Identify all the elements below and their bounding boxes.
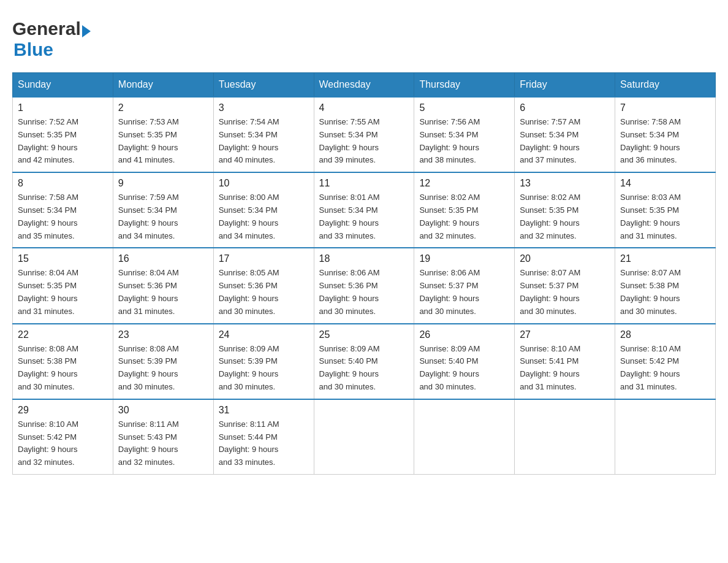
day-number: 7 bbox=[620, 102, 710, 113]
day-info: Sunrise: 8:06 AM Sunset: 5:37 PM Dayligh… bbox=[419, 267, 509, 318]
calendar-cell: 31 Sunrise: 8:11 AM Sunset: 5:44 PM Dayl… bbox=[213, 399, 314, 475]
day-info: Sunrise: 8:09 AM Sunset: 5:39 PM Dayligh… bbox=[219, 343, 309, 394]
day-info: Sunrise: 7:58 AM Sunset: 5:34 PM Dayligh… bbox=[18, 191, 108, 242]
day-info: Sunrise: 7:54 AM Sunset: 5:34 PM Dayligh… bbox=[219, 116, 309, 167]
calendar-cell: 24 Sunrise: 8:09 AM Sunset: 5:39 PM Dayl… bbox=[213, 324, 314, 399]
calendar-cell: 13 Sunrise: 8:02 AM Sunset: 5:35 PM Dayl… bbox=[515, 172, 615, 248]
calendar-week-row: 8 Sunrise: 7:58 AM Sunset: 5:34 PM Dayli… bbox=[13, 172, 716, 248]
day-info: Sunrise: 8:11 AM Sunset: 5:43 PM Dayligh… bbox=[118, 418, 208, 469]
calendar-week-row: 15 Sunrise: 8:04 AM Sunset: 5:35 PM Dayl… bbox=[13, 248, 716, 323]
calendar-cell: 29 Sunrise: 8:10 AM Sunset: 5:42 PM Dayl… bbox=[13, 399, 113, 475]
day-info: Sunrise: 7:57 AM Sunset: 5:34 PM Dayligh… bbox=[520, 116, 610, 167]
calendar-cell bbox=[414, 399, 515, 475]
day-info: Sunrise: 8:02 AM Sunset: 5:35 PM Dayligh… bbox=[520, 191, 610, 242]
calendar-cell: 7 Sunrise: 7:58 AM Sunset: 5:34 PM Dayli… bbox=[615, 97, 716, 172]
calendar-cell: 6 Sunrise: 7:57 AM Sunset: 5:34 PM Dayli… bbox=[515, 97, 615, 172]
header: General Blue bbox=[12, 12, 716, 60]
day-info: Sunrise: 8:09 AM Sunset: 5:40 PM Dayligh… bbox=[419, 343, 509, 394]
day-of-week-header: Wednesday bbox=[314, 73, 414, 98]
day-info: Sunrise: 8:03 AM Sunset: 5:35 PM Dayligh… bbox=[620, 191, 710, 242]
calendar-cell: 30 Sunrise: 8:11 AM Sunset: 5:43 PM Dayl… bbox=[113, 399, 213, 475]
day-info: Sunrise: 8:11 AM Sunset: 5:44 PM Dayligh… bbox=[219, 418, 309, 469]
day-number: 10 bbox=[219, 178, 309, 189]
day-info: Sunrise: 8:01 AM Sunset: 5:34 PM Dayligh… bbox=[319, 191, 409, 242]
calendar-cell bbox=[314, 399, 414, 475]
day-info: Sunrise: 8:04 AM Sunset: 5:36 PM Dayligh… bbox=[118, 267, 208, 318]
calendar-cell: 17 Sunrise: 8:05 AM Sunset: 5:36 PM Dayl… bbox=[213, 248, 314, 323]
day-info: Sunrise: 7:53 AM Sunset: 5:35 PM Dayligh… bbox=[118, 116, 208, 167]
calendar-cell: 9 Sunrise: 7:59 AM Sunset: 5:34 PM Dayli… bbox=[113, 172, 213, 248]
logo: General Blue bbox=[12, 12, 91, 60]
day-info: Sunrise: 7:55 AM Sunset: 5:34 PM Dayligh… bbox=[319, 116, 409, 167]
calendar-cell: 19 Sunrise: 8:06 AM Sunset: 5:37 PM Dayl… bbox=[414, 248, 515, 323]
day-info: Sunrise: 8:07 AM Sunset: 5:38 PM Dayligh… bbox=[620, 267, 710, 318]
day-info: Sunrise: 8:08 AM Sunset: 5:39 PM Dayligh… bbox=[118, 343, 208, 394]
calendar-cell bbox=[515, 399, 615, 475]
logo-arrow-icon bbox=[82, 25, 91, 37]
calendar-cell: 18 Sunrise: 8:06 AM Sunset: 5:36 PM Dayl… bbox=[314, 248, 414, 323]
day-info: Sunrise: 8:10 AM Sunset: 5:42 PM Dayligh… bbox=[620, 343, 710, 394]
day-info: Sunrise: 8:04 AM Sunset: 5:35 PM Dayligh… bbox=[18, 267, 108, 318]
day-number: 19 bbox=[419, 253, 509, 264]
day-number: 28 bbox=[620, 329, 710, 340]
calendar-cell: 20 Sunrise: 8:07 AM Sunset: 5:37 PM Dayl… bbox=[515, 248, 615, 323]
calendar-cell: 10 Sunrise: 8:00 AM Sunset: 5:34 PM Dayl… bbox=[213, 172, 314, 248]
day-info: Sunrise: 8:09 AM Sunset: 5:40 PM Dayligh… bbox=[319, 343, 409, 394]
day-number: 24 bbox=[219, 329, 309, 340]
day-info: Sunrise: 8:02 AM Sunset: 5:35 PM Dayligh… bbox=[419, 191, 509, 242]
day-number: 17 bbox=[219, 253, 309, 264]
day-info: Sunrise: 8:10 AM Sunset: 5:42 PM Dayligh… bbox=[18, 418, 108, 469]
day-number: 9 bbox=[118, 178, 208, 189]
calendar-cell: 3 Sunrise: 7:54 AM Sunset: 5:34 PM Dayli… bbox=[213, 97, 314, 172]
calendar-cell: 28 Sunrise: 8:10 AM Sunset: 5:42 PM Dayl… bbox=[615, 324, 716, 399]
calendar-cell: 12 Sunrise: 8:02 AM Sunset: 5:35 PM Dayl… bbox=[414, 172, 515, 248]
day-number: 27 bbox=[520, 329, 610, 340]
day-number: 26 bbox=[419, 329, 509, 340]
day-info: Sunrise: 7:52 AM Sunset: 5:35 PM Dayligh… bbox=[18, 116, 108, 167]
day-of-week-header: Tuesday bbox=[213, 73, 314, 98]
day-number: 11 bbox=[319, 178, 409, 189]
day-number: 12 bbox=[419, 178, 509, 189]
day-number: 8 bbox=[18, 178, 108, 189]
day-number: 29 bbox=[18, 405, 108, 416]
logo-text: General Blue bbox=[12, 18, 91, 60]
day-info: Sunrise: 8:05 AM Sunset: 5:36 PM Dayligh… bbox=[219, 267, 309, 318]
day-info: Sunrise: 7:58 AM Sunset: 5:34 PM Dayligh… bbox=[620, 116, 710, 167]
day-info: Sunrise: 8:07 AM Sunset: 5:37 PM Dayligh… bbox=[520, 267, 610, 318]
calendar-cell: 26 Sunrise: 8:09 AM Sunset: 5:40 PM Dayl… bbox=[414, 324, 515, 399]
calendar-week-row: 29 Sunrise: 8:10 AM Sunset: 5:42 PM Dayl… bbox=[13, 399, 716, 475]
calendar-cell: 5 Sunrise: 7:56 AM Sunset: 5:34 PM Dayli… bbox=[414, 97, 515, 172]
calendar-week-row: 1 Sunrise: 7:52 AM Sunset: 5:35 PM Dayli… bbox=[13, 97, 716, 172]
calendar-cell: 11 Sunrise: 8:01 AM Sunset: 5:34 PM Dayl… bbox=[314, 172, 414, 248]
day-number: 20 bbox=[520, 253, 610, 264]
calendar-cell: 15 Sunrise: 8:04 AM Sunset: 5:35 PM Dayl… bbox=[13, 248, 113, 323]
calendar-week-row: 22 Sunrise: 8:08 AM Sunset: 5:38 PM Dayl… bbox=[13, 324, 716, 399]
day-number: 18 bbox=[319, 253, 409, 264]
day-info: Sunrise: 8:00 AM Sunset: 5:34 PM Dayligh… bbox=[219, 191, 309, 242]
calendar-cell: 14 Sunrise: 8:03 AM Sunset: 5:35 PM Dayl… bbox=[615, 172, 716, 248]
day-info: Sunrise: 8:10 AM Sunset: 5:41 PM Dayligh… bbox=[520, 343, 610, 394]
calendar-table: SundayMondayTuesdayWednesdayThursdayFrid… bbox=[12, 72, 716, 475]
calendar-cell: 1 Sunrise: 7:52 AM Sunset: 5:35 PM Dayli… bbox=[13, 97, 113, 172]
day-number: 14 bbox=[620, 178, 710, 189]
day-number: 15 bbox=[18, 253, 108, 264]
calendar-cell: 22 Sunrise: 8:08 AM Sunset: 5:38 PM Dayl… bbox=[13, 324, 113, 399]
day-number: 25 bbox=[319, 329, 409, 340]
day-number: 13 bbox=[520, 178, 610, 189]
day-number: 31 bbox=[219, 405, 309, 416]
calendar-cell: 2 Sunrise: 7:53 AM Sunset: 5:35 PM Dayli… bbox=[113, 97, 213, 172]
calendar-cell: 8 Sunrise: 7:58 AM Sunset: 5:34 PM Dayli… bbox=[13, 172, 113, 248]
day-number: 30 bbox=[118, 405, 208, 416]
day-of-week-header: Friday bbox=[515, 73, 615, 98]
day-number: 22 bbox=[18, 329, 108, 340]
day-of-week-header: Monday bbox=[113, 73, 213, 98]
day-info: Sunrise: 7:59 AM Sunset: 5:34 PM Dayligh… bbox=[118, 191, 208, 242]
day-number: 23 bbox=[118, 329, 208, 340]
calendar-cell: 27 Sunrise: 8:10 AM Sunset: 5:41 PM Dayl… bbox=[515, 324, 615, 399]
day-number: 2 bbox=[118, 102, 208, 113]
calendar-cell: 4 Sunrise: 7:55 AM Sunset: 5:34 PM Dayli… bbox=[314, 97, 414, 172]
day-of-week-header: Saturday bbox=[615, 73, 716, 98]
calendar-cell: 21 Sunrise: 8:07 AM Sunset: 5:38 PM Dayl… bbox=[615, 248, 716, 323]
day-number: 16 bbox=[118, 253, 208, 264]
calendar-cell: 16 Sunrise: 8:04 AM Sunset: 5:36 PM Dayl… bbox=[113, 248, 213, 323]
